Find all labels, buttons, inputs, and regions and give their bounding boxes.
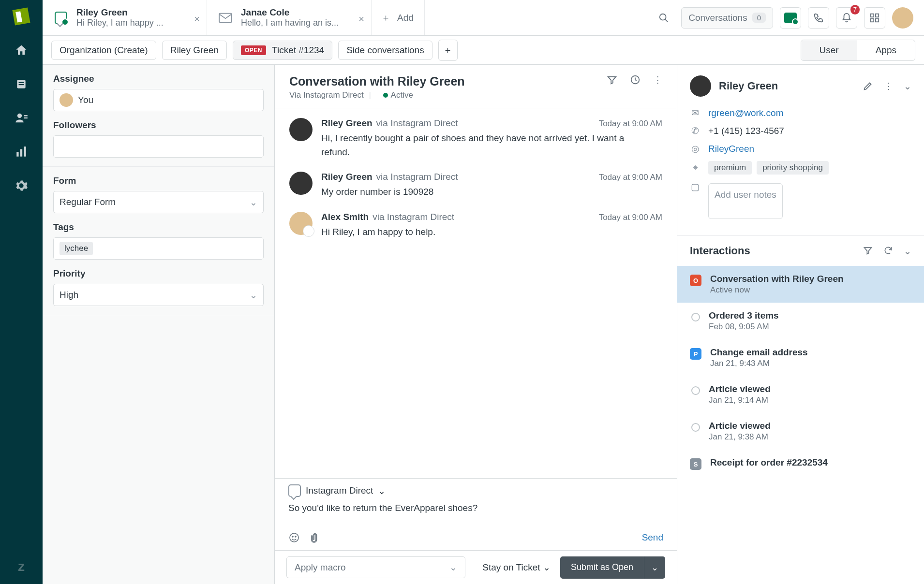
followers-field[interactable] (53, 135, 264, 158)
message-author: Riley Green (321, 118, 373, 129)
conversations-button[interactable]: Conversations 0 (681, 7, 773, 29)
close-icon[interactable]: × (358, 14, 364, 25)
send-button[interactable]: Send (642, 532, 663, 543)
instagram-icon: ◎ (690, 143, 700, 154)
notification-count: 7 (850, 5, 860, 15)
message-author: Alex Smith (321, 212, 369, 222)
user-avatar (690, 75, 711, 97)
apps-icon[interactable] (864, 7, 885, 29)
chevron-down-icon[interactable]: ⌄ (904, 81, 911, 92)
tab-preview: Hello, I am having an is... (241, 18, 339, 28)
views-icon[interactable] (14, 76, 29, 92)
interaction-item[interactable]: Article viewed Jan 21, 9:38 AM (677, 413, 924, 450)
crumb-org[interactable]: Organization (Create) (51, 41, 156, 60)
notifications-icon[interactable]: 7 (836, 7, 857, 29)
interaction-item[interactable]: Ordered 3 items Feb 08, 9:05 AM (677, 303, 924, 339)
search-icon[interactable] (653, 7, 674, 29)
composer: Instagram Direct ⌄ So you'd like to retu… (275, 478, 677, 550)
composer-text[interactable]: So you'd like to return the EverApparel … (275, 503, 677, 527)
tag-chip[interactable]: lychee (60, 242, 93, 255)
crumb-user[interactable]: Riley Green (162, 41, 227, 60)
followers-label: Followers (53, 120, 264, 131)
user-panel: Riley Green ⋮ ⌄ ✉rgreen@work.com ✆+1 (41… (677, 65, 924, 584)
brand-logo (12, 7, 30, 25)
form-select[interactable]: Regular Form ⌄ (53, 191, 264, 213)
svg-point-16 (290, 533, 298, 542)
nav-rail: z (0, 0, 43, 584)
interaction-type-icon: O (690, 275, 701, 286)
history-icon[interactable] (630, 74, 641, 86)
side-conversations-button[interactable]: Side conversations (338, 41, 432, 60)
priority-select[interactable]: High ⌄ (53, 284, 264, 306)
chat-status-icon[interactable] (780, 7, 801, 29)
phone-icon[interactable] (808, 7, 829, 29)
overflow-icon[interactable]: ⋮ (884, 81, 893, 92)
tab-bar: Riley Green Hi Riley, I am happy ... × J… (43, 0, 924, 36)
refresh-icon[interactable] (883, 246, 893, 257)
emoji-icon[interactable] (288, 532, 300, 543)
close-icon[interactable]: × (194, 14, 200, 25)
assignee-label: Assignee (53, 73, 264, 84)
home-icon[interactable] (14, 43, 29, 58)
workspace-tab-1[interactable]: Riley Green Hi Riley, I am happy ... × (43, 0, 207, 35)
add-side-conversation-button[interactable]: ＋ (438, 40, 458, 61)
filter-icon[interactable] (607, 74, 617, 86)
tab-user[interactable]: User (801, 40, 857, 60)
submit-button[interactable]: Submit as Open (560, 556, 644, 579)
submit-dropdown[interactable]: ⌄ (644, 556, 665, 579)
attachment-icon[interactable] (310, 532, 320, 543)
add-tab-label: Add (397, 13, 414, 23)
conversation-title: Conversation with Riley Green (289, 74, 465, 88)
user-notes-field[interactable]: Add user notes (708, 183, 783, 219)
user-instagram[interactable]: RileyGreen (708, 144, 754, 154)
svg-rect-1 (19, 82, 24, 83)
apply-macro-select[interactable]: Apply macro ⌄ (286, 556, 465, 578)
edit-icon[interactable] (863, 81, 873, 92)
message-body: My order number is 190928 (321, 185, 650, 199)
customers-icon[interactable] (14, 110, 29, 126)
stay-on-ticket-toggle[interactable]: Stay on Ticket ⌄ (482, 562, 551, 573)
tab-title: Janae Cole (241, 7, 339, 18)
user-tag[interactable]: priority shopping (757, 161, 829, 175)
form-value: Regular Form (60, 197, 116, 207)
svg-rect-6 (16, 152, 18, 157)
tags-label: Tags (53, 222, 264, 233)
reports-icon[interactable] (14, 144, 29, 160)
interaction-subtitle: Jan 21, 9:14 AM (709, 395, 771, 405)
svg-rect-7 (20, 149, 22, 157)
interaction-item[interactable]: S Receipt for order #2232534 (677, 450, 924, 478)
tab-preview: Hi Riley, I am happy ... (76, 18, 164, 28)
interaction-item[interactable]: P Change email address Jan 21, 9:43 AM (677, 339, 924, 376)
user-name: Riley Green (719, 80, 778, 92)
interaction-subtitle: Jan 21, 9:43 AM (710, 359, 808, 368)
settings-icon[interactable] (14, 178, 29, 193)
profile-avatar[interactable] (892, 7, 913, 29)
interaction-item[interactable]: O Conversation with Riley Green Active n… (677, 266, 924, 303)
conversations-count: 0 (752, 13, 766, 23)
ticket-footer: Apply macro ⌄ Stay on Ticket ⌄ Submit as… (275, 550, 677, 584)
user-tag[interactable]: premium (708, 161, 752, 175)
assignee-field[interactable]: You (53, 89, 264, 111)
composer-channel-select[interactable]: Instagram Direct ⌄ (275, 479, 677, 503)
status-dot-icon (383, 93, 388, 98)
tags-field[interactable]: lychee (53, 237, 264, 260)
tab-apps[interactable]: Apps (857, 40, 915, 60)
crumb-ticket[interactable]: OPEN Ticket #1234 (233, 41, 332, 60)
svg-rect-12 (876, 14, 879, 16)
svg-point-3 (17, 114, 22, 118)
message-via: via Instagram Direct (373, 212, 454, 222)
user-email[interactable]: rgreen@work.com (708, 108, 784, 118)
filter-icon[interactable] (863, 246, 873, 257)
message-author: Riley Green (321, 172, 373, 182)
form-label: Form (53, 175, 264, 186)
message: Alex Smith via Instagram Direct Today at… (289, 212, 662, 239)
interaction-type-icon (691, 386, 700, 395)
add-tab-button[interactable]: ＋ Add (372, 0, 425, 35)
overflow-icon[interactable]: ⋮ (653, 74, 662, 86)
message: Riley Green via Instagram Direct Today a… (289, 118, 662, 159)
workspace-tab-2[interactable]: Janae Cole Hello, I am having an is... × (207, 0, 372, 35)
interaction-item[interactable]: Article viewed Jan 21, 9:14 AM (677, 376, 924, 413)
chevron-down-icon[interactable]: ⌄ (904, 246, 911, 257)
message-body: Hi Riley, I am happy to help. (321, 225, 650, 239)
interaction-title: Receipt for order #2232534 (710, 457, 828, 468)
